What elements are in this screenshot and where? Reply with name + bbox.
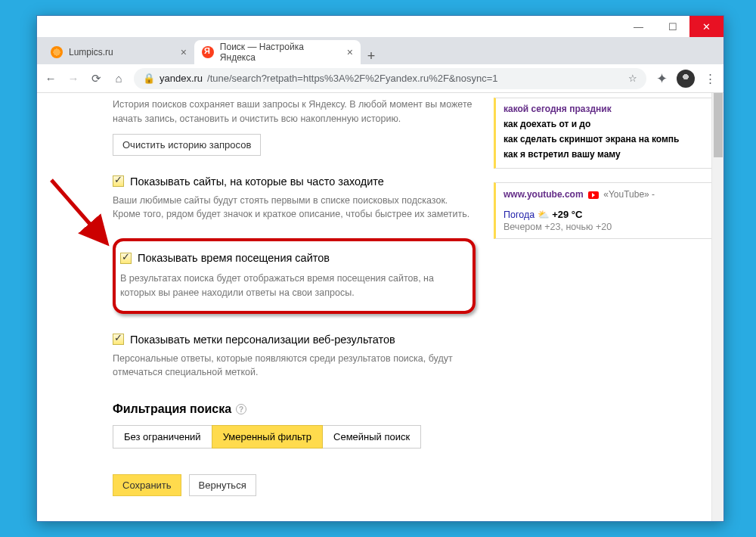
preview-column: какой сегодня праздник как доехать от и … <box>494 98 711 253</box>
youtube-icon <box>588 191 599 199</box>
weather-block: Погода ⛅ +29 °C Вечером +23, ночью +20 <box>503 209 705 232</box>
url-host: yandex.ru <box>160 73 203 84</box>
star-icon[interactable]: ☆ <box>628 73 637 84</box>
settings-column: История поисков сохраняет ваши запросы к… <box>113 98 476 496</box>
favicon-icon <box>202 46 214 58</box>
clear-history-button[interactable]: Очистить историю запросов <box>113 134 261 156</box>
form-actions: Сохранить Вернуться <box>113 474 476 496</box>
history-description: История поисков сохраняет ваши запросы к… <box>113 98 476 126</box>
help-icon[interactable]: ? <box>236 404 246 414</box>
frequent-preview: www.youtube.com «YouTube» - Погода ⛅ +29… <box>494 182 711 239</box>
checkbox-icon[interactable] <box>113 334 124 345</box>
favicon-icon <box>51 46 63 58</box>
tab-lumpics[interactable]: Lumpics.ru × <box>43 40 194 64</box>
highlighted-option-box: Показывать время посещения сайтов В резу… <box>113 238 476 314</box>
checkbox-icon[interactable] <box>120 253 132 264</box>
vertical-scrollbar[interactable] <box>711 93 723 521</box>
option-description: Персональные ответы, которые появляются … <box>113 352 476 380</box>
menu-icon[interactable]: ⋮ <box>702 72 717 85</box>
lock-icon: 🔒 <box>143 73 155 84</box>
window-title-bar: — ☐ ✕ <box>37 16 723 37</box>
forward-icon[interactable]: → <box>66 72 81 85</box>
filter-family[interactable]: Семейный поиск <box>322 425 421 449</box>
suggestion-item: как я встретил вашу маму <box>503 147 705 162</box>
weather-icon: ⛅ <box>538 210 550 220</box>
weather-detail: Вечером +23, ночью +20 <box>503 222 705 232</box>
filter-options: Без ограничений Умеренный фильтр Семейны… <box>113 425 476 449</box>
tab-close-icon[interactable]: × <box>347 46 353 58</box>
new-tab-button[interactable]: + <box>361 48 382 64</box>
page-body: История поисков сохраняет ваши запросы к… <box>37 93 711 521</box>
extensions-icon[interactable]: ✦ <box>654 70 669 87</box>
filter-moderate[interactable]: Умеренный фильтр <box>212 425 323 449</box>
option-visit-time[interactable]: Показывать время посещения сайтов <box>120 252 460 264</box>
suggestion-item: как сделать скриншот экрана на компь <box>503 132 705 147</box>
option-label: Показывать метки персонализации веб-резу… <box>130 334 395 346</box>
weather-temp: +29 °C <box>552 209 582 220</box>
suggestion-item: как доехать от и до <box>503 116 705 132</box>
tab-title: Lumpics.ru <box>69 47 113 57</box>
back-icon[interactable]: ← <box>43 72 58 85</box>
option-description: Ваши любимые сайты будут стоять первыми … <box>113 194 476 222</box>
option-label: Показывать время посещения сайтов <box>138 252 330 264</box>
filter-title: Фильтрация поиска <box>113 402 231 416</box>
page-content: История поисков сохраняет ваши запросы к… <box>37 93 723 521</box>
option-frequent-sites[interactable]: Показывать сайты, на которые вы часто за… <box>113 175 476 188</box>
option-description: В результатах поиска будет отображаться … <box>120 272 460 300</box>
suggestion-item: какой сегодня праздник <box>503 101 705 116</box>
filter-none[interactable]: Без ограничений <box>113 425 212 449</box>
option-personalization[interactable]: Показывать метки персонализации веб-резу… <box>113 334 476 346</box>
home-icon[interactable]: ⌂ <box>111 72 126 85</box>
profile-avatar[interactable] <box>677 70 695 88</box>
maximize-button[interactable]: ☐ <box>655 16 689 37</box>
minimize-button[interactable]: — <box>621 16 655 37</box>
close-button[interactable]: ✕ <box>689 16 723 37</box>
url-path: /tune/search?retpath=https%3A%2F%2Fyande… <box>207 73 497 84</box>
scrollbar-thumb[interactable] <box>714 93 723 157</box>
save-button[interactable]: Сохранить <box>113 474 181 496</box>
tab-yandex-settings[interactable]: Поиск — Настройка Яндекса × <box>194 40 361 64</box>
back-button[interactable]: Вернуться <box>189 474 256 496</box>
address-bar[interactable]: 🔒 yandex.ru/tune/search?retpath=https%3A… <box>134 68 646 89</box>
browser-window: — ☐ ✕ Lumpics.ru × Поиск — Настройка Янд… <box>36 15 724 522</box>
weather-label: Погода <box>503 210 534 220</box>
browser-toolbar: ← → ⟳ ⌂ 🔒 yandex.ru/tune/search?retpath=… <box>37 64 723 93</box>
checkbox-icon[interactable] <box>113 175 124 187</box>
option-label: Показывать сайты, на которые вы часто за… <box>130 175 384 188</box>
youtube-label: «YouTube» - <box>603 189 655 200</box>
suggestions-preview: какой сегодня праздник как доехать от и … <box>494 98 711 169</box>
tab-title: Поиск — Настройка Яндекса <box>220 42 341 63</box>
tab-close-icon[interactable]: × <box>181 46 187 58</box>
tab-strip: Lumpics.ru × Поиск — Настройка Яндекса ×… <box>37 37 723 64</box>
filter-heading: Фильтрация поиска ? <box>113 402 476 416</box>
reload-icon[interactable]: ⟳ <box>88 72 104 85</box>
youtube-host: www.youtube.com <box>503 189 584 200</box>
